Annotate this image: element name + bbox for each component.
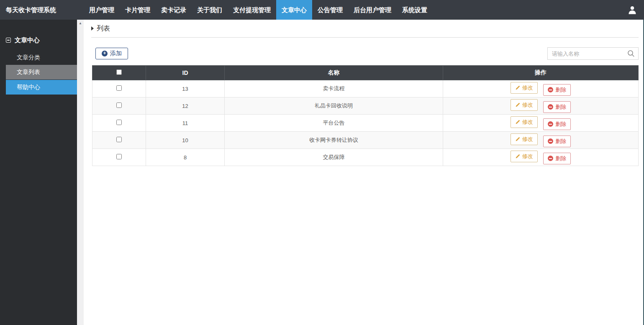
pencil-icon — [515, 120, 520, 125]
nav-item[interactable]: 卡片管理 — [120, 0, 156, 20]
row-name: 收卡网卡券转让协议 — [225, 132, 443, 149]
delete-button-label: 删除 — [555, 86, 566, 94]
minus-circle-icon — [548, 121, 553, 127]
row-checkbox-cell — [92, 97, 146, 115]
pencil-icon — [515, 85, 520, 90]
nav-item-label: 用户管理 — [89, 6, 114, 13]
delete-button-label: 删除 — [555, 155, 566, 162]
nav-item[interactable]: 用户管理 — [84, 0, 120, 20]
table-header-row: ID 名称 操作 — [92, 66, 639, 80]
edit-button-label: 修改 — [522, 118, 533, 126]
user-avatar-button[interactable] — [621, 0, 644, 20]
row-checkbox[interactable] — [116, 154, 122, 159]
delete-button[interactable]: 删除 — [543, 153, 571, 164]
row-checkbox[interactable] — [116, 85, 122, 91]
pencil-icon — [515, 137, 520, 142]
row-id: 11 — [146, 115, 225, 132]
nav-item-label: 系统设置 — [402, 6, 427, 13]
nav-item[interactable]: 文章中心 — [276, 0, 312, 20]
row-actions: 修改 删除 — [443, 97, 639, 115]
delete-button-label: 删除 — [555, 120, 566, 128]
sidebar-item[interactable]: 文章列表 — [6, 65, 77, 79]
row-actions: 修改 删除 — [443, 132, 639, 149]
row-checkbox-cell — [92, 149, 146, 166]
triangle-right-icon — [91, 26, 94, 31]
sidebar-item[interactable]: 文章分类 — [0, 50, 77, 65]
delete-button[interactable]: 删除 — [543, 118, 571, 130]
minus-circle-icon — [548, 104, 553, 110]
edit-button-label: 修改 — [522, 84, 533, 92]
search-box — [547, 47, 639, 60]
collapse-minus-icon — [6, 38, 11, 43]
row-id: 13 — [146, 80, 225, 97]
row-checkbox-cell — [92, 80, 146, 97]
table-row: 11 平台公告 修改 删除 — [92, 115, 639, 132]
edit-button[interactable]: 修改 — [511, 116, 538, 128]
edit-button[interactable]: 修改 — [511, 133, 538, 145]
article-table-wrap: ID 名称 操作 13 卖卡流程 修改 删除 — [92, 65, 639, 166]
row-checkbox[interactable] — [116, 137, 122, 142]
delete-button-label: 删除 — [555, 103, 566, 111]
row-name: 礼品卡回收说明 — [225, 97, 443, 115]
row-checkbox[interactable] — [116, 120, 122, 125]
page-title: 列表 — [97, 24, 110, 33]
edit-button[interactable]: 修改 — [511, 99, 538, 111]
nav-item[interactable]: 卖卡记录 — [156, 0, 192, 20]
nav-item[interactable]: 公告管理 — [312, 0, 348, 20]
edit-button[interactable]: 修改 — [511, 151, 538, 162]
table-row: 10 收卡网卡券转让协议 修改 删除 — [92, 132, 639, 149]
edit-button-label: 修改 — [522, 153, 533, 160]
article-table: ID 名称 操作 13 卖卡流程 修改 删除 — [92, 65, 639, 166]
select-all-checkbox[interactable] — [116, 69, 122, 75]
sidebar: 文章中心 文章分类文章列表帮助中心 — [0, 20, 77, 325]
edit-button-label: 修改 — [522, 101, 533, 109]
add-button[interactable]: + 添加 — [95, 48, 128, 59]
header-checkbox-cell — [92, 66, 146, 80]
nav-item-label: 卡片管理 — [125, 6, 150, 13]
sidebar-section-article-center[interactable]: 文章中心 — [6, 36, 77, 45]
nav-item[interactable]: 支付提现管理 — [228, 0, 276, 20]
search-icon[interactable] — [627, 49, 635, 58]
nav-item[interactable]: 后台用户管理 — [348, 0, 397, 20]
edit-button-label: 修改 — [522, 136, 533, 143]
content-scrollbar[interactable]: ▲ — [77, 20, 84, 325]
delete-button-label: 删除 — [555, 138, 566, 145]
header-id: ID — [146, 66, 225, 80]
table-row: 12 礼品卡回收说明 修改 删除 — [92, 97, 639, 115]
main-nav: 用户管理 卡片管理 卖卡记录 关于我们 支付提现管理 文章中心 公告管理 后台用… — [84, 0, 621, 20]
scroll-up-arrow-icon[interactable]: ▲ — [77, 20, 84, 27]
add-button-label: 添加 — [110, 50, 122, 57]
plus-circle-icon: + — [102, 51, 108, 56]
nav-item[interactable]: 系统设置 — [397, 0, 433, 20]
row-checkbox-cell — [92, 115, 146, 132]
delete-button[interactable]: 删除 — [543, 84, 571, 96]
table-row: 8 交易保障 修改 删除 — [92, 149, 639, 166]
main-content: 列表 + 添加 ID 名称 操作 — [84, 20, 644, 325]
nav-item-label: 支付提现管理 — [233, 6, 271, 13]
sidebar-section-label: 文章中心 — [15, 36, 40, 44]
toolbar: + 添加 — [95, 47, 639, 60]
nav-item-label: 文章中心 — [282, 6, 307, 13]
row-actions: 修改 删除 — [443, 149, 639, 166]
row-name: 交易保障 — [225, 149, 443, 166]
edit-button[interactable]: 修改 — [511, 82, 538, 94]
nav-item-label: 公告管理 — [318, 6, 343, 13]
row-checkbox-cell — [92, 132, 146, 149]
row-checkbox[interactable] — [116, 102, 122, 108]
nav-item[interactable]: 关于我们 — [192, 0, 228, 20]
delete-button[interactable]: 删除 — [543, 101, 571, 113]
search-input[interactable] — [547, 47, 639, 60]
row-id: 10 — [146, 132, 225, 149]
row-name: 平台公告 — [225, 115, 443, 132]
top-navbar: 每天收卡管理系统 用户管理 卡片管理 卖卡记录 关于我们 支付提现管理 文章中心… — [0, 0, 644, 20]
nav-item-label: 关于我们 — [197, 6, 222, 13]
sidebar-menu: 文章分类文章列表帮助中心 — [0, 50, 77, 95]
pencil-icon — [515, 102, 520, 107]
row-actions: 修改 删除 — [443, 80, 639, 97]
minus-circle-icon — [548, 87, 553, 92]
header-actions: 操作 — [443, 66, 639, 80]
row-name: 卖卡流程 — [225, 80, 443, 97]
nav-item-label: 卖卡记录 — [161, 6, 186, 13]
delete-button[interactable]: 删除 — [543, 136, 571, 147]
sidebar-item[interactable]: 帮助中心 — [6, 80, 77, 95]
